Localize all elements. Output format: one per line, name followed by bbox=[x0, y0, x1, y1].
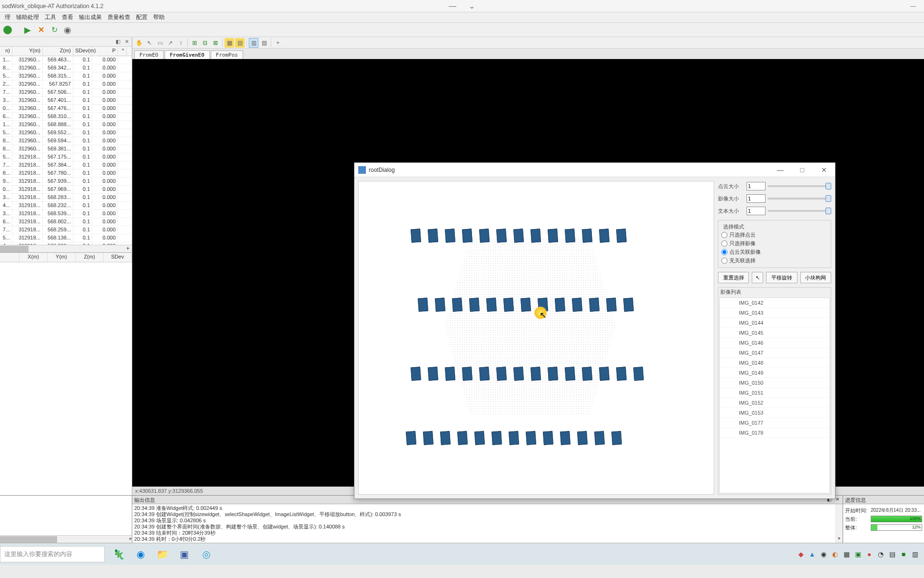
pointer-small-icon[interactable]: ↖ bbox=[752, 272, 763, 283]
spiral-icon[interactable]: ◉ bbox=[62, 24, 73, 36]
list-item[interactable]: IMG_0143 bbox=[720, 308, 829, 318]
tray-icon[interactable]: ◆ bbox=[796, 550, 805, 558]
grid1-icon[interactable]: ⊞ bbox=[190, 38, 199, 48]
grid2-icon[interactable]: ⊟ bbox=[200, 38, 210, 48]
tray-icon[interactable]: ▦ bbox=[842, 550, 851, 558]
scroll-thumb[interactable] bbox=[0, 536, 57, 543]
radio-row[interactable]: 点云关联影像 bbox=[721, 248, 828, 256]
image-marker[interactable] bbox=[577, 431, 588, 445]
th[interactable]: Y(m) bbox=[12, 47, 43, 56]
list-item[interactable]: IMG_0142 bbox=[720, 298, 829, 308]
tab[interactable]: FromGivenEO bbox=[165, 50, 210, 59]
image-marker[interactable] bbox=[599, 367, 609, 380]
image-marker[interactable] bbox=[445, 367, 455, 380]
menu-item[interactable]: 输出成果 bbox=[76, 13, 105, 21]
image-marker[interactable] bbox=[548, 367, 558, 380]
table-row[interactable]: 8...312918...567.780...0.10.000 bbox=[0, 169, 132, 178]
table-row[interactable]: 5...312918...567.175...0.10.000 bbox=[0, 153, 132, 161]
menu-item[interactable]: 质量检查 bbox=[105, 13, 133, 21]
slider-knob[interactable] bbox=[826, 183, 831, 189]
image-marker[interactable] bbox=[435, 298, 445, 311]
grid3-icon[interactable]: ⊠ bbox=[211, 38, 220, 48]
list-item[interactable]: IMG_0146 bbox=[720, 338, 829, 348]
th[interactable]: Z(m) bbox=[76, 253, 104, 262]
tray-icon[interactable]: ◔ bbox=[876, 550, 885, 558]
th[interactable]: P bbox=[92, 47, 118, 56]
image-marker[interactable] bbox=[606, 298, 617, 311]
image-marker[interactable] bbox=[509, 431, 519, 445]
table-row[interactable]: 9...312918...567.939...0.10.000 bbox=[0, 178, 132, 186]
panel-float-icon[interactable]: ◧ bbox=[115, 39, 121, 45]
slider-value-input[interactable] bbox=[747, 182, 766, 190]
image-marker[interactable] bbox=[555, 298, 565, 311]
image-marker[interactable] bbox=[440, 431, 451, 445]
scroll-down-icon[interactable]: ▾ bbox=[835, 535, 843, 543]
explorer-icon[interactable]: 📁 bbox=[152, 545, 172, 563]
slider-knob[interactable] bbox=[826, 195, 831, 202]
table-row[interactable]: 0...312918...567.969...0.10.000 bbox=[0, 186, 132, 194]
dialog-canvas[interactable]: ↖ bbox=[358, 181, 714, 495]
radio-row[interactable]: 无关联选择 bbox=[721, 256, 828, 265]
tray-icon[interactable]: ◉ bbox=[819, 550, 828, 558]
tray-icon[interactable]: ▥ bbox=[911, 550, 919, 558]
list-item[interactable]: IMG_0151 bbox=[720, 388, 829, 398]
output-body[interactable]: 20:34:39 准备Widget样式: 0.002449 s20:34:39 … bbox=[132, 504, 843, 543]
hand-tool-icon[interactable]: ✋ bbox=[134, 38, 144, 48]
search-input[interactable]: 这里输入你要搜索的内容 bbox=[0, 546, 105, 562]
image-marker[interactable] bbox=[503, 298, 514, 311]
move-icon[interactable]: ↕ bbox=[176, 38, 186, 48]
image-marker[interactable] bbox=[418, 298, 428, 311]
menu-item[interactable]: 理 bbox=[2, 13, 13, 21]
expand-down-icon[interactable]: ⌄ bbox=[467, 1, 476, 11]
image-marker[interactable] bbox=[589, 298, 600, 311]
slider-track[interactable] bbox=[767, 210, 831, 212]
image-marker[interactable] bbox=[445, 229, 455, 242]
table-row[interactable]: 5...312960...569.552...0.10.000 bbox=[0, 129, 132, 137]
tray-icon[interactable]: ▤ bbox=[888, 550, 896, 558]
radio-input[interactable] bbox=[721, 240, 727, 247]
menu-item[interactable]: 配置 bbox=[133, 13, 150, 21]
image-marker[interactable] bbox=[526, 431, 536, 445]
collapse-up-icon[interactable]: — bbox=[448, 1, 457, 11]
slider-track[interactable] bbox=[767, 185, 831, 187]
slider-track[interactable] bbox=[767, 198, 831, 199]
radio-input[interactable] bbox=[721, 232, 727, 238]
stop-x-icon[interactable]: ✕ bbox=[35, 24, 47, 36]
viewport-3d[interactable]: rootDialog — □ ✕ bbox=[132, 59, 924, 487]
image-marker[interactable] bbox=[411, 367, 421, 380]
table-body[interactable]: 1...312960...569.463...0.10.0008...31296… bbox=[0, 56, 132, 245]
scroll-thumb[interactable] bbox=[0, 246, 29, 252]
scroll-right-icon[interactable]: ▸ bbox=[129, 536, 132, 541]
th-scroll-up[interactable]: ^ bbox=[118, 47, 127, 56]
select-icon[interactable]: ▭ bbox=[155, 38, 165, 48]
view4-icon[interactable]: ▧ bbox=[259, 38, 269, 48]
slider-knob[interactable] bbox=[826, 208, 831, 214]
h-scrollbar[interactable]: ▸ bbox=[0, 535, 132, 543]
image-marker[interactable] bbox=[513, 367, 524, 380]
radio-input[interactable] bbox=[721, 249, 727, 255]
image-marker[interactable] bbox=[423, 431, 433, 445]
image-marker[interactable] bbox=[560, 431, 570, 445]
scroll-right-icon[interactable]: ▸ bbox=[124, 245, 132, 252]
list-item[interactable]: IMG_0148 bbox=[720, 358, 829, 368]
table-row[interactable]: 4...312918...568.232...0.10.000 bbox=[0, 202, 132, 210]
image-marker[interactable] bbox=[531, 229, 541, 242]
dialog-titlebar[interactable]: rootDialog — □ ✕ bbox=[354, 163, 835, 177]
image-marker[interactable] bbox=[616, 229, 627, 242]
minimize-button[interactable]: — bbox=[902, 0, 924, 12]
slider-value-input[interactable] bbox=[747, 207, 766, 215]
image-marker[interactable] bbox=[486, 298, 497, 311]
edge-icon[interactable]: ◉ bbox=[130, 545, 150, 563]
tab[interactable]: FromPos bbox=[211, 50, 243, 59]
app-icon-lizard[interactable]: 🦎 bbox=[108, 545, 128, 563]
table-row[interactable]: 0...312960...567.476...0.10.000 bbox=[0, 105, 132, 113]
play-icon[interactable]: ▶ bbox=[22, 24, 33, 36]
tray-icon[interactable]: ▲ bbox=[808, 550, 816, 558]
pointer-icon[interactable]: ↖ bbox=[145, 38, 154, 48]
image-marker[interactable] bbox=[479, 229, 490, 242]
list-item[interactable]: IMG_0152 bbox=[720, 398, 829, 408]
table-row[interactable]: 7...312960...567.506...0.10.000 bbox=[0, 89, 132, 97]
image-list[interactable]: IMG_0142IMG_0143IMG_0144IMG_0145IMG_0146… bbox=[719, 298, 830, 493]
table-row[interactable]: 1...312960...569.463...0.10.000 bbox=[0, 56, 132, 64]
image-marker[interactable] bbox=[565, 367, 575, 380]
